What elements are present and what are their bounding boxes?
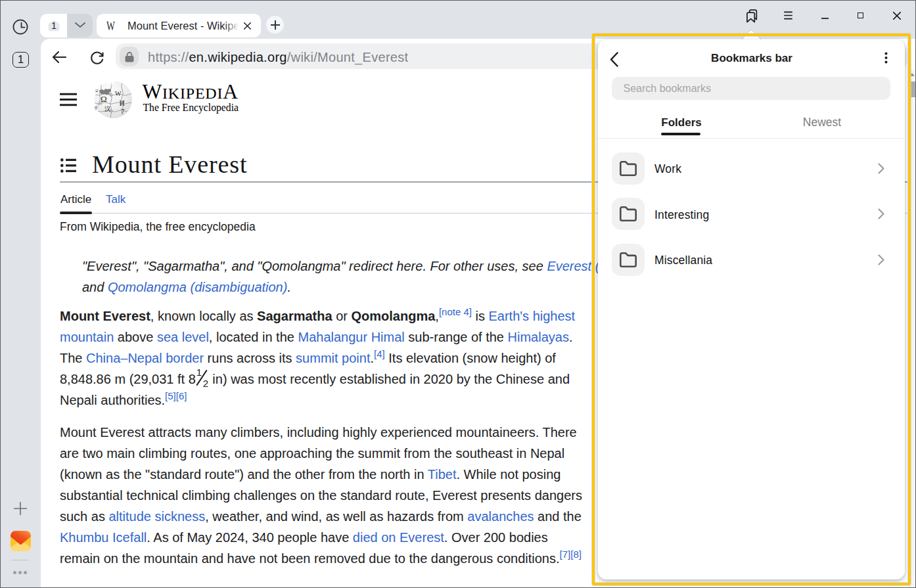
svg-text:7: 7 — [121, 107, 125, 115]
svg-text:汉: 汉 — [104, 106, 111, 112]
svg-text:ह: ह — [94, 105, 97, 111]
svg-text:1: 1 — [51, 20, 57, 31]
svg-text:Ω: Ω — [101, 94, 107, 104]
svg-text:W: W — [115, 90, 122, 97]
svg-text:ע: ע — [95, 87, 99, 93]
svg-text:И: И — [120, 99, 125, 107]
